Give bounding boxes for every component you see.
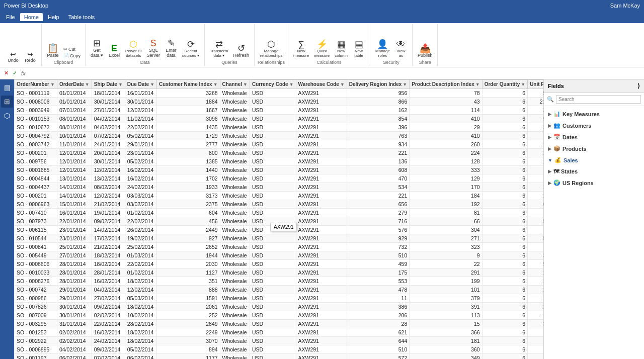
- col-order-date[interactable]: OrderDate▼: [57, 80, 92, 89]
- table-row[interactable]: SO - 000111901/01/201418/01/201416/01/20…: [15, 89, 544, 98]
- table-cell: 206: [347, 311, 409, 320]
- menu-table-tools[interactable]: Table tools: [64, 13, 99, 21]
- redo-button[interactable]: ↪ Redo: [22, 50, 38, 64]
- table-row[interactable]: SO - 00098629/01/201427/02/201405/03/201…: [15, 294, 544, 303]
- table-cell: 08/01/2014: [57, 123, 92, 132]
- table-row[interactable]: SO - 00084125/01/201421/02/201425/02/201…: [15, 243, 544, 251]
- table-cell: 28/01/2014: [57, 260, 92, 268]
- table-row[interactable]: SO - 001003328/01/201428/01/201401/02/20…: [15, 268, 544, 277]
- field-group-customers-header[interactable]: ▶ 👥 Customers: [544, 121, 644, 130]
- table-row[interactable]: SO - 00119306/02/201407/02/201406/02/201…: [15, 354, 544, 360]
- menu-home[interactable]: Home: [20, 13, 43, 21]
- col-product-desc[interactable]: Product Description Index▼: [410, 80, 482, 89]
- col-order-qty[interactable]: Order Quantity▼: [482, 80, 528, 89]
- table-cell: 22/02/2014: [125, 217, 156, 226]
- field-group-sales-header[interactable]: ▼ 💰 Sales: [544, 155, 644, 165]
- table-row[interactable]: SO - 01054423/01/201417/02/201419/02/201…: [15, 234, 544, 243]
- paste-button[interactable]: 📋 Paste: [45, 43, 61, 59]
- table-row[interactable]: SO - 00125302/02/201416/02/201418/02/201…: [15, 328, 544, 337]
- table-row[interactable]: SO - 000394907/01/201427/01/201412/02/20…: [15, 106, 544, 115]
- transform-button[interactable]: ⇄ Transformdata ▾: [208, 39, 230, 59]
- table-cell: AXW291: [296, 311, 347, 320]
- table-row[interactable]: SO - 00975612/01/201430/01/201405/02/201…: [15, 157, 544, 166]
- table-cell: Wholesale: [220, 286, 250, 294]
- cut-button[interactable]: ✂ Cut: [62, 46, 82, 52]
- table-cell: 207.7: [528, 166, 543, 174]
- col-customer-name-index[interactable]: Customer Name Index▼: [157, 80, 220, 89]
- table-cell: 184: [410, 192, 482, 200]
- field-group-products-header[interactable]: ▶ 📦 Products: [544, 144, 644, 153]
- data-table-area[interactable]: OrderNumber▼ OrderDate▼ Ship Date▼ Due D…: [14, 79, 543, 359]
- table-row[interactable]: SO - 00292202/02/201424/02/201418/02/201…: [15, 337, 544, 345]
- copy-button[interactable]: 📄 Copy: [62, 53, 82, 59]
- manage-roles-button[interactable]: 👤 Manageroles: [373, 39, 392, 59]
- cancel-formula-button[interactable]: ✕: [4, 70, 9, 76]
- table-cell: 1591: [157, 294, 220, 303]
- manage-relationships-button[interactable]: ⬡ Managerelationships: [258, 39, 284, 59]
- table-row[interactable]: SO - 001015308/01/201404/02/201411/02/20…: [15, 115, 544, 123]
- table-row[interactable]: SO - 00741016/01/201419/01/201401/02/201…: [15, 209, 544, 217]
- new-measure-button[interactable]: ∑ Newmeasure: [291, 39, 311, 59]
- table-row[interactable]: SO - 000479210/01/201407/02/201405/02/20…: [15, 132, 544, 140]
- field-group-key-measures-header[interactable]: ▶ 📊 Key Measures: [544, 109, 644, 119]
- new-table-button[interactable]: ▤ Newtable: [351, 39, 367, 59]
- recent-sources-button[interactable]: ⟳ Recentsources ▾: [180, 39, 201, 59]
- col-delivery-region[interactable]: Delivery Region Index▼: [347, 80, 409, 89]
- table-cell: SO - 000986: [15, 294, 57, 303]
- col-warehouse-code[interactable]: Warehouse Code▼: [296, 80, 347, 89]
- sidebar-data-icon[interactable]: ⊞: [1, 96, 13, 108]
- powerbi-button[interactable]: ⬡ Power BIdatasets: [123, 39, 143, 59]
- publish-button[interactable]: 📤 Publish: [416, 43, 435, 59]
- table-row[interactable]: SO - 00700930/01/201402/02/201410/02/201…: [15, 311, 544, 320]
- menu-file[interactable]: File: [2, 13, 19, 21]
- table-cell: 16/02/2014: [125, 174, 156, 183]
- menu-help[interactable]: Help: [44, 13, 63, 21]
- col-currency-code[interactable]: Currency Code▼: [250, 80, 296, 89]
- table-row[interactable]: SO - 00020112/01/201420/01/201423/01/201…: [15, 149, 544, 157]
- col-due-date[interactable]: Due Date▼: [125, 80, 156, 89]
- sql-button[interactable]: S SQLServer: [145, 38, 163, 59]
- table-cell: AXW291: [296, 260, 347, 268]
- table-row[interactable]: SO - 000860628/01/201418/02/201422/02/20…: [15, 260, 544, 268]
- table-row[interactable]: SO - 000696315/01/201421/02/201403/02/20…: [15, 200, 544, 209]
- table-cell: AXW291: [296, 294, 347, 303]
- table-row[interactable]: SO - 000800601/01/201430/01/201430/01/20…: [15, 98, 544, 106]
- sidebar-report-icon[interactable]: ▤: [1, 81, 13, 94]
- undo-button[interactable]: ↩ Undo: [5, 50, 21, 64]
- col-unit-price[interactable]: Unit Price▼: [528, 80, 543, 89]
- table-row[interactable]: SO - 00782630/01/201409/02/201418/02/201…: [15, 303, 544, 311]
- table-row[interactable]: SO - 001067208/01/201404/02/201422/02/20…: [15, 123, 544, 132]
- field-group-us-regions-header[interactable]: ▶ 🌍 US Regions: [544, 178, 644, 188]
- table-cell: AXW291: [296, 320, 347, 328]
- confirm-formula-button[interactable]: ✓: [13, 70, 17, 76]
- table-row[interactable]: SO - 00020114/01/201412/02/201403/03/201…: [15, 192, 544, 200]
- table-cell: 3975.8: [528, 251, 543, 260]
- table-row[interactable]: SO - 00544927/01/201418/02/201401/03/201…: [15, 251, 544, 260]
- table-cell: USD: [250, 337, 296, 345]
- table-row[interactable]: SO - 000484413/01/201413/02/201416/02/20…: [15, 174, 544, 183]
- table-row[interactable]: SO - 000827628/01/201416/02/201418/02/20…: [15, 277, 544, 286]
- refresh-button[interactable]: ↺ Refresh: [231, 43, 251, 59]
- col-channel[interactable]: Channel▼: [220, 80, 250, 89]
- view-as-button[interactable]: 👁 Viewas: [393, 39, 409, 59]
- excel-button[interactable]: E Excel: [106, 43, 122, 59]
- get-data-button[interactable]: ⊞ Getdata ▾: [89, 38, 105, 59]
- col-ship-date[interactable]: Ship Date▼: [92, 80, 125, 89]
- table-row[interactable]: SO - 000689504/02/201409/02/201405/02/20…: [15, 345, 544, 354]
- fields-collapse-icon[interactable]: ⟩: [637, 82, 640, 89]
- table-row[interactable]: SO - 000374211/01/201424/01/201429/01/20…: [15, 140, 544, 149]
- quick-measure-button[interactable]: ⚡ Quickmeasure: [312, 39, 332, 59]
- enter-data-button[interactable]: ✎ Enterdata: [163, 38, 179, 59]
- table-row[interactable]: SO - 000443714/01/201408/02/201424/02/20…: [15, 183, 544, 192]
- table-cell: 934: [347, 140, 409, 149]
- sidebar-model-icon[interactable]: ⬡: [1, 110, 13, 122]
- table-cell: USD: [250, 260, 296, 268]
- table-row[interactable]: SO - 00074229/01/201404/02/201412/02/201…: [15, 286, 544, 294]
- table-row[interactable]: SO - 00329531/01/201422/02/201428/02/201…: [15, 320, 544, 328]
- fields-search-input[interactable]: [556, 95, 641, 104]
- field-group-dates-header[interactable]: ▶ 📅 Dates: [544, 132, 644, 142]
- col-order-number[interactable]: OrderNumber▼: [15, 80, 57, 89]
- table-row[interactable]: SO - 000168512/01/201412/02/201416/02/20…: [15, 166, 544, 174]
- field-group-states-header[interactable]: ▶ 🗺 States: [544, 167, 644, 176]
- new-column-button[interactable]: ▦ Newcolumn: [333, 39, 350, 59]
